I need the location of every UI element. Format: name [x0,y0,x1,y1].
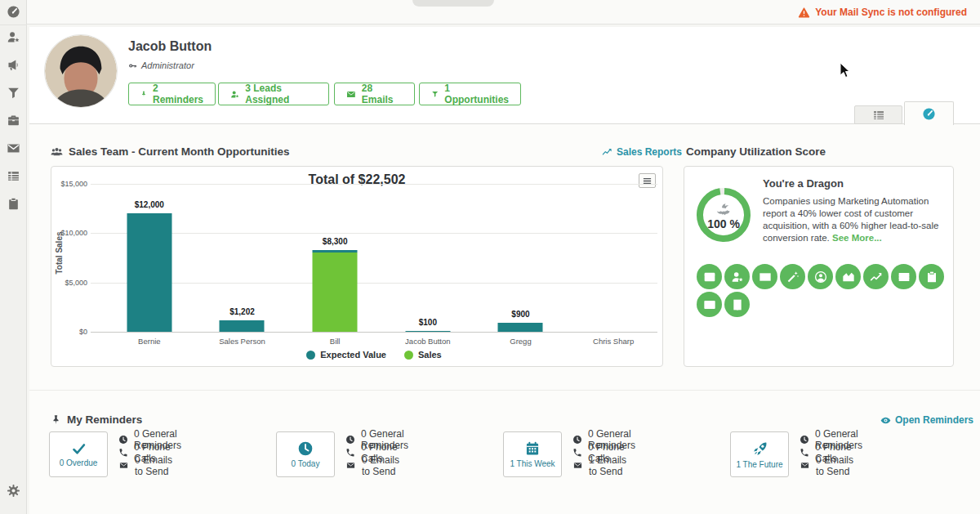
wand-badge[interactable] [780,264,805,289]
tab-table-view[interactable] [854,105,902,124]
user-star-icon [731,270,744,284]
bar-value-label: $900 [474,310,568,319]
user-circle-icon [814,270,827,284]
clipboard-badge[interactable] [919,264,944,289]
sales-reports-link[interactable]: Sales Reports [602,146,682,158]
dashboard-icon[interactable] [7,5,20,19]
emails-to-send-count: 0 Emails to Send [135,454,181,477]
user-circle-badge[interactable] [808,264,833,289]
window-badge[interactable] [697,264,722,289]
marketing-megaphone-icon[interactable] [7,58,20,72]
app-window: Your Mail Sync is not configured Jacob B… [0,0,980,514]
open-reminders-link[interactable]: Open Reminders [880,414,973,426]
user-name: Jacob Button [128,39,212,54]
chart-slot: $12,000Bernie [103,184,196,332]
bar-value-label: $8,300 [288,237,381,246]
reminders-stat-button[interactable]: 2 Reminders [128,83,216,105]
see-more-link[interactable]: See More... [832,233,882,243]
chart-slot: Chris Sharp [567,184,660,332]
section-divider [29,390,980,391]
tab-dashboard-view[interactable] [904,101,954,125]
building-badge[interactable] [724,292,750,317]
user-role: Administrator [128,60,194,70]
rocket-icon [751,440,768,458]
clock-icon [800,435,809,445]
open-reminders-link-text: Open Reminders [895,414,973,426]
opportunities-stat-button[interactable]: 1 Opportunities [419,83,521,105]
top-bar: Your Mail Sync is not configured [27,0,980,25]
overdue-label: 0 Overdue [60,458,98,467]
film-badge[interactable] [891,264,916,289]
this-week-label: 1 This Week [510,459,555,468]
gridline [91,332,657,333]
utilization-section-title: Company Utilization Score [686,145,826,158]
chart-line-icon [602,147,612,158]
bar-value-label: $1,202 [196,307,289,316]
expected-value-dot [306,351,315,360]
user-role-text: Administrator [141,60,194,70]
profile-card: Jacob Button Administrator 2 Reminders 3… [29,27,980,124]
calendar-icon [524,440,541,457]
category-label: Jacob Button [381,337,474,346]
y-tick-label: $10,000 [60,229,87,237]
user-star-badge[interactable] [724,264,750,289]
emails-stat-label: 28 Emails [362,83,403,105]
area-chart-badge[interactable] [835,264,861,289]
bar-gregg[interactable] [498,323,543,332]
sales-chart-card: Total of $22,502 Total Sales $0$5,000$10… [51,166,663,367]
mail-sync-warning[interactable]: Your Mail Sync is not configured [798,0,967,25]
legend-sales[interactable]: Sales [404,350,442,360]
utilization-body: Companies using Marketing Automation rep… [763,195,946,244]
legend-sales-label: Sales [418,350,442,360]
id-card-badge[interactable] [697,292,722,317]
eye-icon [880,415,891,426]
envelope-badge[interactable] [752,264,777,289]
utilization-badges [697,264,946,317]
envelope-icon [346,89,356,100]
today-box[interactable]: 0 Today [276,431,335,477]
list-item: 0 Emails to Send [345,459,408,472]
email-icon[interactable] [7,141,20,155]
leads-icon[interactable] [7,30,20,44]
tables-icon[interactable] [7,169,20,183]
emails-stat-button[interactable]: 28 Emails [334,83,415,105]
tasks-clipboard-icon[interactable] [7,197,20,211]
bar-sales-person[interactable] [220,320,265,333]
settings-gear-icon[interactable] [7,484,20,498]
top-center-notch [412,0,494,7]
sales-section-title-text: Sales Team - Current Month Opportunities [69,145,290,158]
key-icon [128,61,137,70]
y-tick-label: $0 [79,328,87,336]
warning-icon [798,7,810,19]
bar-bernie[interactable] [127,213,172,332]
dragon-icon [715,200,733,218]
clock-icon [118,435,128,445]
category-label: Bernie [103,337,196,346]
overdue-list: 0 General Reminders 0 Phone Calls 0 Emai… [118,433,181,472]
this-week-box[interactable]: 1 This Week [503,431,562,477]
chart-y-ticks: $0$5,000$10,000$15,000 [55,184,87,332]
bar-jacob-button[interactable] [405,331,450,332]
companies-briefcase-icon[interactable] [7,114,20,127]
bar-value-label: $12,000 [103,200,196,209]
utilization-card: 100 % You're a Dragon Companies using Ma… [684,166,954,367]
trend-up-badge[interactable] [863,264,889,289]
overdue-box[interactable]: 0 Overdue [49,431,108,477]
opportunities-funnel-icon[interactable] [7,86,20,100]
clipboard-icon [925,270,938,284]
list-item: 1 Emails to Send [572,459,635,472]
opportunities-stat-label: 1 Opportunities [444,83,509,105]
bar-segment-expected-value [127,213,172,332]
avatar [45,35,117,107]
future-box[interactable]: 1 The Future [730,431,789,477]
emails-to-send-count: 0 Emails to Send [816,454,862,477]
list-item: 0 Emails to Send [118,459,181,472]
clock-icon [572,435,582,445]
film-icon [898,270,911,284]
leads-assigned-stat-button[interactable]: 3 Leads Assigned [218,83,329,105]
legend-expected-value[interactable]: Expected Value [306,350,386,360]
bar-bill[interactable] [313,250,358,332]
list-item: 0 Emails to Send [800,459,862,472]
envelope-icon [345,461,356,470]
phone-icon [800,448,809,458]
